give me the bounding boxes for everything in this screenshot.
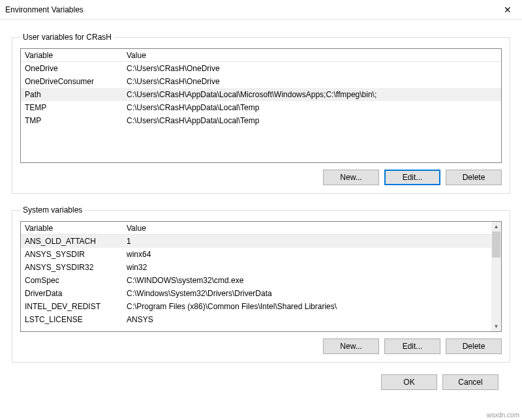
system-edit-button[interactable]: Edit... bbox=[384, 338, 440, 354]
user-edit-button[interactable]: Edit... bbox=[384, 170, 440, 185]
table-row[interactable]: ANSYS_SYSDIRwinx64 bbox=[21, 248, 501, 261]
table-row[interactable]: TMPC:\Users\CRasH\AppData\Local\Temp bbox=[21, 114, 501, 127]
cell-variable: OneDriveConsumer bbox=[25, 75, 127, 88]
close-icon: ✕ bbox=[504, 5, 512, 15]
scroll-down-icon[interactable]: ▼ bbox=[491, 322, 501, 331]
system-scrollbar[interactable]: ▲ ▼ bbox=[491, 222, 501, 331]
system-delete-button[interactable]: Delete bbox=[446, 338, 502, 354]
cell-variable: TEMP bbox=[25, 101, 127, 114]
user-delete-button[interactable]: Delete bbox=[446, 170, 502, 185]
table-row[interactable]: OneDriveC:\Users\CRasH\OneDrive bbox=[21, 62, 501, 75]
user-variables-legend: User variables for CRasH bbox=[20, 33, 114, 42]
table-row[interactable]: DriverDataC:\Windows\System32\Drivers\Dr… bbox=[21, 287, 501, 300]
cell-variable: TMP bbox=[25, 114, 127, 127]
user-new-button[interactable]: New... bbox=[323, 170, 379, 185]
cell-variable: ANSYS_SYSDIR32 bbox=[25, 261, 127, 274]
cell-variable: ANS_OLD_ATTACH bbox=[25, 235, 127, 248]
cell-value: winx64 bbox=[127, 248, 501, 261]
cell-value: C:\Users\CRasH\OneDrive bbox=[127, 62, 501, 75]
table-row[interactable]: ANSYS_SYSDIR32win32 bbox=[21, 261, 501, 274]
cell-variable: ComSpec bbox=[25, 274, 127, 287]
table-row[interactable]: ANS_OLD_ATTACH1 bbox=[21, 235, 501, 248]
dialog-button-row: OK Cancel bbox=[12, 374, 510, 390]
table-row[interactable]: TEMPC:\Users\CRasH\AppData\Local\Temp bbox=[21, 101, 501, 114]
user-button-row: New... Edit... Delete bbox=[20, 170, 502, 185]
cell-value: C:\WINDOWS\system32\cmd.exe bbox=[127, 274, 501, 287]
watermark-text: wsxdn.com bbox=[487, 412, 519, 419]
close-button[interactable]: ✕ bbox=[495, 0, 521, 20]
column-header-variable[interactable]: Variable bbox=[25, 222, 127, 234]
cell-value: C:\Users\CRasH\AppData\Local\Microsoft\W… bbox=[127, 88, 501, 101]
cell-variable: INTEL_DEV_REDIST bbox=[25, 300, 127, 313]
user-variables-group: User variables for CRasH Variable Value … bbox=[12, 33, 510, 194]
cell-value: C:\Users\CRasH\OneDrive bbox=[127, 75, 501, 88]
table-row[interactable]: PathC:\Users\CRasH\AppData\Local\Microso… bbox=[21, 88, 501, 101]
cell-variable: Path bbox=[25, 88, 127, 101]
cell-variable: OneDrive bbox=[25, 62, 127, 75]
table-row[interactable]: OneDriveConsumerC:\Users\CRasH\OneDrive bbox=[21, 75, 501, 88]
system-variables-legend: System variables bbox=[20, 205, 85, 215]
column-header-value[interactable]: Value bbox=[127, 222, 501, 234]
cell-value: C:\Users\CRasH\AppData\Local\Temp bbox=[127, 101, 501, 114]
cell-value: C:\Program Files (x86)\Common Files\Inte… bbox=[127, 300, 501, 313]
cell-variable: LSTC_LICENSE bbox=[25, 313, 127, 326]
cell-value: 1 bbox=[127, 235, 501, 248]
dialog-content: User variables for CRasH Variable Value … bbox=[0, 20, 522, 398]
table-row[interactable]: LSTC_LICENSEANSYS bbox=[21, 313, 501, 326]
scroll-up-icon[interactable]: ▲ bbox=[491, 222, 501, 232]
cell-value: C:\Users\CRasH\AppData\Local\Temp bbox=[127, 114, 501, 127]
ok-button[interactable]: OK bbox=[381, 374, 437, 390]
system-variables-group: System variables Variable Value ANS_OLD_… bbox=[12, 205, 510, 363]
scroll-thumb[interactable] bbox=[492, 232, 500, 258]
window-title: Environment Variables bbox=[5, 5, 84, 14]
system-button-row: New... Edit... Delete bbox=[20, 338, 502, 354]
system-variables-list[interactable]: Variable Value ANS_OLD_ATTACH1ANSYS_SYSD… bbox=[20, 221, 502, 332]
cell-variable: DriverData bbox=[25, 287, 127, 300]
user-list-header: Variable Value bbox=[21, 49, 501, 62]
column-header-value[interactable]: Value bbox=[127, 49, 501, 61]
cancel-button[interactable]: Cancel bbox=[442, 374, 499, 390]
system-new-button[interactable]: New... bbox=[323, 338, 379, 354]
cell-value: win32 bbox=[127, 261, 501, 274]
cell-value: ANSYS bbox=[127, 313, 501, 326]
cell-value: C:\Windows\System32\Drivers\DriverData bbox=[127, 287, 501, 300]
cell-variable: ANSYS_SYSDIR bbox=[25, 248, 127, 261]
system-list-header: Variable Value bbox=[21, 222, 501, 235]
column-header-variable[interactable]: Variable bbox=[25, 49, 127, 61]
table-row[interactable]: ComSpecC:\WINDOWS\system32\cmd.exe bbox=[21, 274, 501, 287]
scroll-track[interactable] bbox=[491, 232, 501, 322]
titlebar: Environment Variables ✕ bbox=[0, 0, 522, 20]
table-row[interactable]: INTEL_DEV_REDISTC:\Program Files (x86)\C… bbox=[21, 300, 501, 313]
user-variables-list[interactable]: Variable Value OneDriveC:\Users\CRasH\On… bbox=[20, 48, 502, 163]
